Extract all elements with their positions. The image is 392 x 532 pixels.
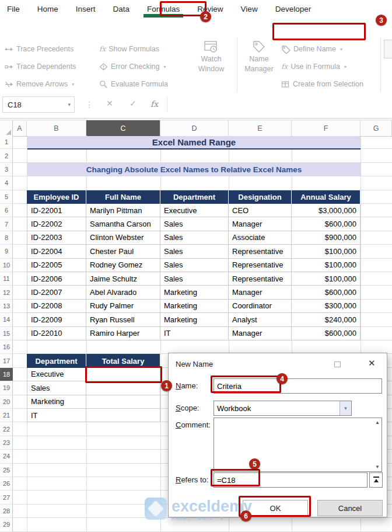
name-box[interactable]: C18 ▾ [2, 96, 75, 113]
column-header-G[interactable]: G [360, 120, 392, 136]
employee-table-header[interactable]: Annual Salary [292, 190, 360, 204]
name-manager-button[interactable]: Name Manager [242, 40, 276, 74]
cell[interactable]: Manager [229, 327, 292, 340]
cell[interactable]: Sales [160, 272, 229, 286]
row-header-23[interactable]: 23 [0, 436, 13, 450]
row-header-22[interactable]: 22 [0, 422, 13, 436]
row-header-21[interactable]: 21 [0, 409, 13, 422]
row-header-5[interactable]: 5 [0, 190, 13, 204]
cancel-entry-icon[interactable]: ✕ [106, 99, 113, 108]
row-header-12[interactable]: 12 [0, 286, 13, 299]
range-selector-button[interactable] [369, 472, 383, 488]
column-header-C[interactable]: C [86, 120, 160, 136]
cell[interactable]: Executive [160, 204, 229, 217]
use-in-formula-button[interactable]: fx Use in Formula ▾ [281, 61, 346, 72]
scope-dropdown-arrow-icon[interactable]: ▾ [340, 401, 351, 415]
cell[interactable]: Manager [229, 286, 292, 299]
row-header-29[interactable]: 29 [0, 518, 13, 531]
cell[interactable]: $600,000 [292, 217, 360, 231]
cell[interactable]: Representative [229, 245, 292, 258]
cell[interactable]: $300,000 [292, 300, 360, 313]
cell[interactable]: ID-22001 [27, 204, 86, 217]
scroll-up-icon[interactable]: ▲ [375, 420, 380, 425]
cell[interactable]: Representative [229, 259, 292, 272]
row-header-14[interactable]: 14 [0, 313, 13, 326]
confirm-entry-icon[interactable]: ✓ [130, 99, 136, 108]
cell[interactable]: Marketing [160, 300, 229, 313]
cell[interactable]: IT [160, 327, 229, 340]
cancel-button[interactable]: Cancel [317, 500, 383, 516]
row-header-20[interactable]: 20 [0, 395, 13, 409]
scope-dropdown[interactable]: Workbook ▾ [214, 401, 352, 416]
cell[interactable]: $3,000,000 [292, 204, 360, 217]
scroll-down-icon[interactable]: ▼ [375, 464, 380, 470]
sheet-subtitle-cell[interactable]: Changing Absolute Excel Names to Relativ… [27, 163, 360, 176]
cell[interactable]: Marketing [160, 286, 229, 299]
cell[interactable]: Marketing [27, 395, 86, 409]
tab-view[interactable]: View [241, 3, 258, 15]
employee-table-header[interactable]: Full Name [86, 190, 160, 204]
row-header-2[interactable]: 2 [0, 149, 13, 162]
cell[interactable]: Jaime Schultz [86, 272, 160, 286]
row-header-26[interactable]: 26 [0, 477, 13, 491]
cell[interactable]: Executive [27, 368, 86, 381]
cell[interactable]: IT [27, 409, 86, 422]
select-all-corner[interactable] [0, 120, 13, 136]
cell[interactable]: $100,000 [292, 272, 360, 286]
cell[interactable]: ID-22005 [27, 259, 86, 272]
tab-developer[interactable]: Developer [275, 3, 312, 15]
cell[interactable]: Ramiro Harper [86, 327, 160, 340]
column-header-D[interactable]: D [160, 120, 229, 136]
cell[interactable]: Coordinator [229, 300, 292, 313]
tab-data[interactable]: Data [113, 3, 130, 15]
cell[interactable]: Marketing [160, 313, 229, 326]
cell[interactable]: CEO [229, 204, 292, 217]
cell[interactable] [86, 381, 160, 395]
tab-file[interactable]: File [7, 3, 20, 15]
employee-table-header[interactable]: Department [160, 190, 229, 204]
error-checking-button[interactable]: Error Checking ▾ [99, 61, 166, 72]
column-header-B[interactable]: B [27, 120, 86, 136]
comment-textarea[interactable]: ▲ ▼ [214, 418, 382, 472]
tab-insert[interactable]: Insert [76, 3, 96, 15]
remove-arrows-button[interactable]: Remove Arrows ▾ [5, 78, 74, 90]
summary-table-header[interactable]: Department [27, 354, 86, 367]
cell[interactable]: Ryan Russell [86, 313, 160, 326]
cell[interactable]: Manager [229, 217, 292, 231]
row-header-3[interactable]: 3 [0, 163, 13, 176]
cell[interactable]: Sales [160, 259, 229, 272]
row-header-15[interactable]: 15 [0, 327, 13, 340]
cell[interactable]: Sales [27, 381, 86, 395]
cell[interactable]: Analyst [229, 313, 292, 326]
cell[interactable]: $600,000 [292, 286, 360, 299]
cell[interactable]: ID-22004 [27, 245, 86, 258]
insert-function-icon[interactable]: fx [150, 99, 158, 109]
cell[interactable]: ID-22002 [27, 217, 86, 231]
row-header-11[interactable]: 11 [0, 272, 13, 286]
tab-home[interactable]: Home [37, 3, 58, 15]
row-header-19[interactable]: 19 [0, 381, 13, 395]
cell[interactable]: ID-22008 [27, 300, 86, 313]
column-header-F[interactable]: F [292, 120, 360, 136]
row-header-17[interactable]: 17 [0, 354, 13, 367]
cell[interactable]: Rudy Palmer [86, 300, 160, 313]
row-header-25[interactable]: 25 [0, 464, 13, 477]
cell[interactable]: ID-22006 [27, 272, 86, 286]
show-formulas-button[interactable]: fx Show Formulas [99, 43, 159, 55]
cell[interactable]: $100,000 [292, 245, 360, 258]
cell[interactable]: ID-22007 [27, 286, 86, 299]
define-name-button[interactable]: Define Name ▾ [281, 43, 342, 55]
cell[interactable]: Samantha Carson [86, 217, 160, 231]
employee-table-header[interactable]: Employee ID [27, 190, 86, 204]
evaluate-formula-button[interactable]: Evaluate Formula [99, 78, 168, 90]
row-header-1[interactable]: 1 [0, 135, 13, 149]
watch-window-button[interactable]: Watch Window [195, 40, 228, 74]
cell[interactable]: Rodney Gomez [86, 259, 160, 272]
sheet-title-cell[interactable]: Excel Named Range [27, 136, 360, 149]
row-header-28[interactable]: 28 [0, 505, 13, 518]
cell[interactable]: $100,000 [292, 259, 360, 272]
row-header-16[interactable]: 16 [0, 340, 13, 354]
row-header-9[interactable]: 9 [0, 245, 13, 258]
cell[interactable]: ID-22003 [27, 231, 86, 245]
trace-dependents-button[interactable]: Trace Dependents [5, 61, 76, 72]
